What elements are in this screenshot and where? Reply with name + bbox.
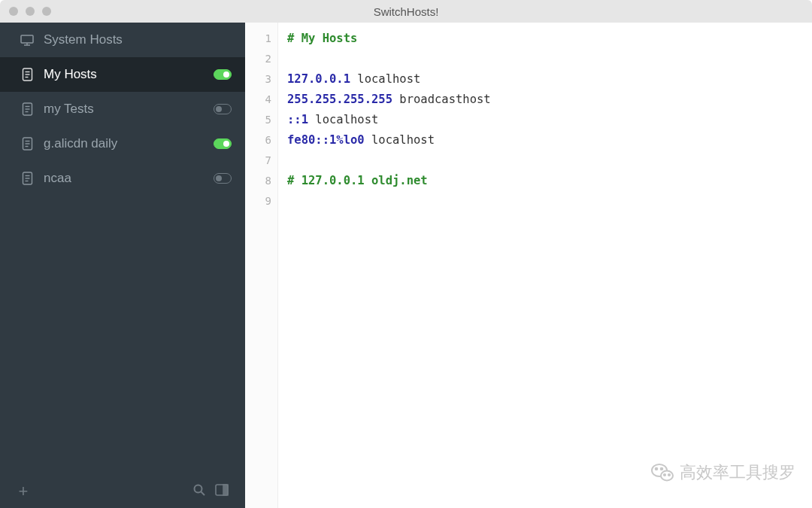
line-number: 5 (245, 110, 277, 130)
ip-token: 127.0.0.1 (287, 72, 350, 86)
toggle-switch[interactable] (214, 69, 232, 80)
code-line[interactable]: 255.255.255.255 broadcasthost (287, 90, 803, 110)
ip-token: 255.255.255.255 (287, 93, 392, 106)
line-number: 4 (245, 90, 277, 110)
editor[interactable]: 123456789 # My Hosts127.0.0.1 localhost2… (245, 23, 812, 508)
sidebar-item-label: g.alicdn daily (44, 136, 214, 151)
search-icon (192, 483, 206, 500)
svg-rect-0 (21, 35, 33, 43)
search-button[interactable] (188, 480, 211, 503)
sidebar-footer: + (0, 475, 245, 508)
sidebar-item[interactable]: ncaa (0, 161, 245, 196)
host-token: localhost (308, 113, 378, 126)
host-token: broadcasthost (392, 93, 491, 106)
line-gutter: 123456789 (245, 23, 278, 508)
svg-line-20 (201, 492, 205, 496)
line-number: 9 (245, 191, 277, 211)
monitor-icon (20, 35, 35, 46)
sidebar-item[interactable]: g.alicdn daily (0, 126, 245, 161)
code-area[interactable]: # My Hosts127.0.0.1 localhost255.255.255… (278, 23, 812, 508)
toggle-switch[interactable] (214, 173, 232, 184)
line-number: 3 (245, 69, 277, 90)
line-number: 8 (245, 171, 277, 191)
add-button[interactable]: + (12, 480, 35, 503)
code-line[interactable]: fe80::1%lo0 localhost (287, 130, 803, 151)
line-number: 6 (245, 130, 277, 151)
code-line[interactable]: # My Hosts (287, 29, 803, 49)
panel-icon (215, 484, 229, 499)
host-token: localhost (350, 72, 420, 86)
ip-token: fe80::1%lo0 (287, 133, 365, 147)
toggle-switch[interactable] (214, 138, 232, 149)
sidebar-item-label: ncaa (44, 171, 214, 186)
document-icon (20, 172, 35, 185)
code-line[interactable]: ::1 localhost (287, 110, 803, 130)
svg-point-19 (195, 485, 202, 493)
plus-icon: + (19, 483, 29, 500)
sidebar-item-label: my Tests (44, 102, 214, 117)
toggle-switch[interactable] (214, 104, 232, 114)
sidebar-item-label: System Hosts (44, 32, 232, 47)
sidebar: System Hosts My Hostsmy Testsg.alicdn da… (0, 23, 245, 508)
host-token: localhost (365, 133, 435, 147)
sidebar-item[interactable]: My Hosts (0, 57, 245, 92)
code-line[interactable] (287, 49, 803, 69)
sidebar-item[interactable]: my Tests (0, 92, 245, 126)
document-icon (20, 68, 35, 81)
document-icon (20, 137, 35, 151)
document-icon (20, 102, 35, 116)
sidebar-list: System Hosts My Hostsmy Testsg.alicdn da… (0, 23, 245, 475)
line-number: 1 (245, 29, 277, 49)
code-line[interactable] (287, 191, 803, 211)
window-title: SwitchHosts! (0, 5, 812, 18)
titlebar: SwitchHosts! (0, 0, 812, 23)
sidebar-item-label: My Hosts (44, 67, 214, 82)
code-line[interactable]: # 127.0.0.1 oldj.net (287, 171, 803, 191)
line-number: 2 (245, 49, 277, 69)
code-line[interactable] (287, 151, 803, 171)
ip-token: ::1 (287, 113, 308, 126)
line-number: 7 (245, 151, 277, 171)
panel-toggle-button[interactable] (211, 480, 233, 503)
comment-token: # My Hosts (287, 32, 357, 45)
sidebar-item-system-hosts[interactable]: System Hosts (0, 23, 245, 57)
comment-token: # 127.0.0.1 oldj.net (287, 174, 428, 187)
code-line[interactable]: 127.0.0.1 localhost (287, 69, 803, 90)
svg-rect-22 (223, 485, 228, 495)
